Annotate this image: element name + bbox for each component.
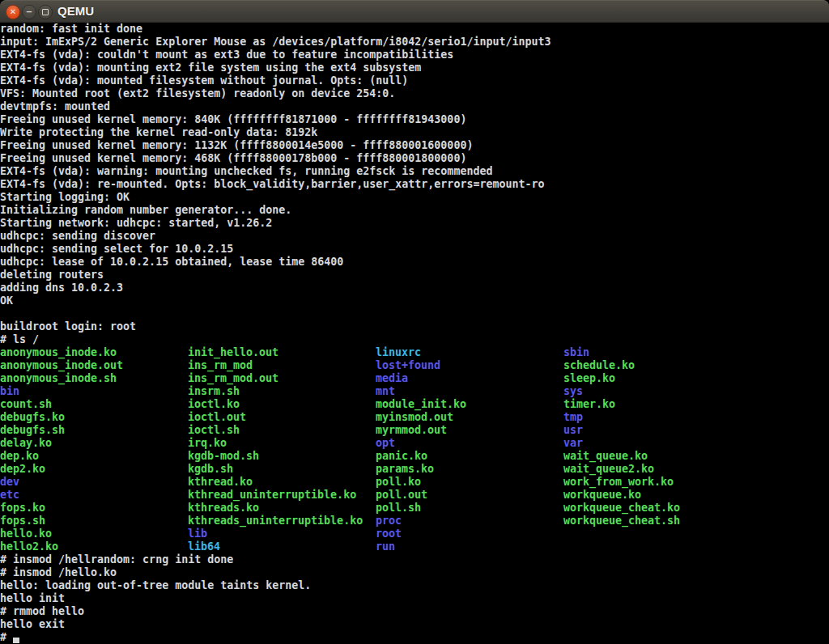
window-titlebar[interactable]: ✕ − QEMU [0, 0, 829, 23]
console-text: workqueue.ko [563, 489, 641, 502]
console-text: poll.out [376, 489, 427, 502]
console-text: lib64 [188, 540, 220, 553]
console-text: random: fast init done [0, 23, 142, 36]
console-text: Write protecting the kernel read-only da… [0, 126, 317, 139]
console-line: delay.koirq.kooptvar [0, 437, 829, 450]
console-text: mnt [376, 385, 395, 398]
console-text: hello.ko [0, 527, 52, 540]
console-text: timer.ko [563, 398, 615, 411]
console-line: # insmod /hello.ko [0, 566, 829, 579]
console-text: kthreads_uninterruptible.ko [188, 515, 363, 527]
close-button[interactable]: ✕ [6, 5, 20, 19]
console-line: bininsrm.shmntsys [0, 385, 829, 398]
console-line: EXT4-fs (vda): re-mounted. Opts: block_v… [0, 178, 829, 191]
console-text: Freeing unused kernel memory: 468K (ffff… [0, 152, 466, 165]
console-text: kgdb.sh [188, 463, 233, 476]
console-line: anonymous_inode.koinit_hello.outlinuxrcs… [0, 346, 829, 359]
console-text: sys [563, 385, 583, 398]
console-text: anonymous_inode.sh [0, 372, 117, 385]
console-text: EXT4-fs (vda): re-mounted. Opts: block_v… [0, 178, 544, 191]
console-text: Freeing unused kernel memory: 1132K (fff… [0, 139, 473, 152]
console-line: deleting routers [0, 269, 829, 282]
console-line: fops.kokthreads.kopoll.shworkqueue_cheat… [0, 502, 829, 515]
console-text: work_from_work.ko [563, 476, 674, 489]
console-text: irq.ko [188, 437, 227, 450]
console-text: kthread_uninterruptible.ko [188, 489, 356, 502]
console-text: debugfs.ko [0, 411, 65, 424]
console-line: dep.kokgdb-mod.shpanic.kowait_queue.ko [0, 450, 829, 463]
console-text: deleting routers [0, 269, 104, 282]
console-line: hello2.kolib64run [0, 540, 829, 553]
console-text: # [0, 631, 13, 644]
console-line: buildroot login: root [0, 320, 829, 333]
maximize-button[interactable] [38, 5, 53, 19]
console-line: anonymous_inode.outins_rm_modlost+founds… [0, 359, 829, 372]
console-text: media [376, 372, 408, 385]
console-line: anonymous_inode.shins_rm_mod.outmediasle… [0, 372, 829, 385]
console-text: proc [376, 515, 402, 527]
console-line: input: ImExPS/2 Generic Explorer Mouse a… [0, 36, 829, 49]
console-line: random: fast init done [0, 23, 829, 36]
console-text: # ls / [0, 333, 39, 346]
terminal-screen[interactable]: random: fast init doneinput: ImExPS/2 Ge… [0, 23, 829, 644]
console-text: EXT4-fs (vda): mounting ext2 file system… [0, 61, 421, 74]
console-text: hello init [0, 592, 65, 605]
console-text: sbin [563, 346, 589, 359]
console-line: VFS: Mounted root (ext2 filesystem) read… [0, 87, 829, 100]
console-text: poll.ko [376, 476, 421, 489]
console-text: lib [188, 527, 207, 540]
console-line: devkthread.kopoll.kowork_from_work.ko [0, 476, 829, 489]
console-text: fops.sh [0, 515, 45, 527]
console-text: linuxrc [376, 346, 421, 359]
console-text: # insmod /hellrandom: crng init done [0, 553, 233, 566]
console-text: udhcpc: sending select for 10.0.2.15 [0, 243, 233, 256]
console-text: ioctl.sh [188, 424, 240, 437]
console-line: fops.shkthreads_uninterruptible.koprocwo… [0, 515, 829, 527]
console-line: hello: loading out-of-tree module taints… [0, 579, 829, 592]
console-text: tmp [563, 411, 583, 424]
console-line: count.shioctl.komodule_init.kotimer.ko [0, 398, 829, 411]
console-text: # insmod /hello.ko [0, 566, 117, 579]
console-text: opt [376, 437, 395, 450]
maximize-icon [42, 9, 49, 15]
close-icon: ✕ [10, 8, 16, 16]
console-text: EXT4-fs (vda): warning: mounting uncheck… [0, 165, 492, 178]
console-line: Freeing unused kernel memory: 840K (ffff… [0, 113, 829, 126]
console-text: hello: loading out-of-tree module taints… [0, 579, 311, 592]
console-line: EXT4-fs (vda): mounted filesystem withou… [0, 74, 829, 87]
console-text: etc [0, 489, 19, 502]
console-line: debugfs.koioctl.outmyinsmod.outtmp [0, 411, 829, 424]
console-text: kthread.ko [188, 476, 253, 489]
console-text: adding dns 10.0.2.3 [0, 282, 123, 294]
console-line: udhcpc: lease of 10.0.2.15 obtained, lea… [0, 256, 829, 269]
console-line: Starting network: udhcpc: started, v1.26… [0, 217, 829, 230]
console-text: Starting logging: OK [0, 191, 130, 204]
console-text: run [376, 540, 395, 553]
console-text: insrm.sh [188, 385, 240, 398]
console-line: Starting logging: OK [0, 191, 829, 204]
console-text: root [376, 527, 402, 540]
console-line: dep2.kokgdb.shparams.kowait_queue2.ko [0, 463, 829, 476]
console-text: ins_rm_mod.out [188, 372, 278, 385]
console-text: Initializing random number generator... … [0, 204, 291, 217]
console-text: dev [0, 476, 19, 489]
console-text: workqueue_cheat.ko [563, 502, 680, 515]
console-line: # rmmod hello [0, 605, 829, 618]
console-text: params.ko [376, 463, 434, 476]
console-text: myrmmod.out [376, 424, 447, 437]
console-text: anonymous_inode.ko [0, 346, 117, 359]
console-text: VFS: Mounted root (ext2 filesystem) read… [0, 87, 395, 100]
console-text: hello exit [0, 618, 65, 631]
console-text: fops.ko [0, 502, 45, 515]
console-line: EXT4-fs (vda): mounting ext2 file system… [0, 61, 829, 74]
console-text: Starting network: udhcpc: started, v1.26… [0, 217, 272, 230]
console-line: adding dns 10.0.2.3 [0, 282, 829, 294]
console-text: OK [0, 294, 13, 307]
console-text: kgdb-mod.sh [188, 450, 259, 463]
minimize-button[interactable]: − [22, 5, 36, 19]
console-line: EXT4-fs (vda): couldn't mount as ext3 du… [0, 49, 829, 61]
console-text: usr [563, 424, 583, 437]
terminal-cursor [13, 638, 19, 643]
console-text: var [563, 437, 583, 450]
console-line: OK [0, 294, 829, 307]
